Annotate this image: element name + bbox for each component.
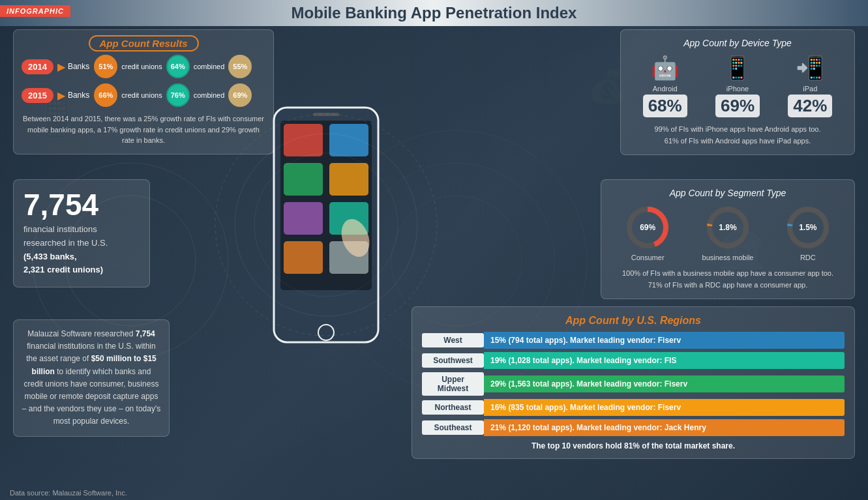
year-2014-row: 2014 ▶ Banks 51% credit unions 64% combi…	[22, 55, 265, 78]
consumer-pct: 69%	[640, 223, 655, 232]
segment-note-2: 71% of FIs with a RDC app have a consume…	[648, 281, 808, 289]
svg-rect-19	[284, 163, 323, 196]
svg-rect-17	[284, 124, 323, 156]
big-number-desc2: (5,433 banks,	[23, 252, 77, 261]
year-2015-row: 2015 ▶ Banks 66% credit unions 76% combi…	[22, 83, 265, 107]
west-bar: 15% (794 total apps). Market leading ven…	[484, 332, 845, 349]
west-region-name: West	[422, 333, 484, 347]
main-title: Mobile Banking App Penetration Index	[292, 4, 577, 22]
credit-unions-2015-pct: 76%	[166, 83, 190, 107]
southwest-region-name: Southwest	[422, 353, 484, 368]
segment-type-panel: App Count by Segment Type 69% Consumer 1…	[601, 179, 855, 299]
credit-unions-label-2014: credit unions	[121, 63, 162, 70]
ipad-item: 📲 iPad 42%	[788, 55, 832, 117]
southeast-detail: (1,120 total apps). Market leading vendo…	[508, 423, 706, 432]
northeast-row: Northeast 16% (835 total apps). Market l…	[422, 399, 845, 416]
segment-type-title: App Count by Segment Type	[609, 188, 846, 198]
southwest-detail: (1,028 total apps). Market leading vendo…	[508, 356, 676, 365]
app-count-results-title: App Count Results	[89, 35, 199, 51]
big-number-desc: financial institutions researched in the…	[23, 223, 140, 277]
android-icon: 🤖	[643, 55, 687, 81]
device-note-1: 99% of FIs with iPhone apps have Android…	[655, 125, 821, 133]
northeast-detail: (835 total apps). Market leading vendor:…	[508, 403, 681, 412]
rdc-segment: 1.5% RDC	[785, 205, 831, 261]
upper-midwest-detail: (1,563 total apps). Market leading vendo…	[508, 379, 687, 389]
southeast-bar: 21% (1,120 total apps). Market leading v…	[484, 419, 845, 436]
combined-2015-pct: 69%	[228, 83, 252, 107]
segment-notes: 100% of FIs with a business mobile app h…	[609, 268, 846, 291]
credit-unions-2014-pct: 64%	[166, 55, 190, 78]
ipad-label: iPad	[788, 85, 832, 93]
rdc-label: RDC	[785, 254, 831, 261]
svg-rect-20	[329, 163, 368, 196]
ipad-pct: 42%	[788, 95, 832, 117]
west-detail: (794 total apps). Market leading vendor:…	[508, 336, 681, 345]
banks-2014-pct: 51%	[94, 55, 117, 78]
growth-text: Between 2014 and 2015, there was a 25% g…	[22, 113, 265, 146]
big-number-desc1: financial institutions researched in the…	[23, 224, 108, 248]
svg-rect-18	[329, 124, 368, 156]
android-item: 🤖 Android 68%	[643, 55, 687, 117]
device-type-panel: App Count by Device Type 🤖 Android 68% 📱…	[620, 29, 855, 155]
consumer-segment: 69% Consumer	[625, 205, 670, 261]
svg-rect-23	[284, 241, 323, 274]
segment-note-1: 100% of FIs with a business mobile app h…	[622, 269, 833, 277]
banks-2015-pct: 66%	[94, 83, 117, 107]
consumer-label: Consumer	[625, 254, 670, 261]
device-type-title: App Count by Device Type	[629, 38, 846, 48]
big-number: 7,754	[23, 190, 140, 220]
southeast-region-name: Southeast	[422, 420, 484, 435]
regions-panel: App Count by U.S. Regions West 15% (794 …	[412, 306, 855, 459]
southeast-pct: 21%	[490, 423, 506, 432]
business-mobile-segment: 1.8% business mobile	[702, 205, 754, 261]
phone-svg	[254, 101, 398, 349]
android-pct: 68%	[643, 95, 687, 117]
arrow-2014: ▶	[57, 61, 65, 73]
svg-rect-26	[313, 113, 339, 116]
year-2014-badge: 2014	[22, 59, 53, 74]
big-number-panel: 7,754 financial institutions researched …	[13, 179, 150, 287]
banks-label-2015: Banks	[68, 91, 89, 100]
upper-midwest-row: Upper Midwest 29% (1,563 total apps). Ma…	[422, 372, 845, 396]
credit-unions-label-2015: credit unions	[121, 91, 162, 99]
ipad-icon: 📲	[788, 55, 832, 81]
malauzai-highlight1: 7,754	[136, 329, 155, 338]
segment-row: 69% Consumer 1.8% business mobile	[609, 205, 846, 261]
banks-label-2014: Banks	[68, 62, 89, 71]
southwest-row: Southwest 19% (1,028 total apps). Market…	[422, 352, 845, 369]
device-note-2: 61% of FIs with Android apps have iPad a…	[665, 137, 811, 145]
infographic-badge: INFOGRAPHIC	[0, 5, 70, 17]
combined-label-2014: combined	[194, 63, 225, 70]
northeast-region-name: Northeast	[422, 400, 484, 415]
malauzai-panel: Malauzai Software researched 7,754 finan…	[13, 319, 170, 437]
data-source: Data source: Malauzai Software, Inc.	[10, 489, 127, 497]
upper-midwest-pct: 29%	[490, 379, 506, 389]
device-notes: 99% of FIs with iPhone apps have Android…	[629, 124, 846, 147]
upper-midwest-region-name: Upper Midwest	[422, 372, 484, 396]
west-row: West 15% (794 total apps). Market leadin…	[422, 332, 845, 349]
combined-2014-pct: 55%	[228, 55, 252, 78]
west-pct: 15%	[490, 336, 506, 345]
iphone-icon: 📱	[715, 55, 760, 81]
iphone-item: 📱 iPhone 69%	[715, 55, 760, 117]
svg-rect-21	[284, 202, 323, 235]
upper-midwest-bar: 29% (1,563 total apps). Market leading v…	[484, 375, 845, 392]
android-label: Android	[643, 85, 687, 93]
app-count-results-panel: App Count Results 2014 ▶ Banks 51% credi…	[13, 29, 274, 154]
iphone-label: iPhone	[715, 85, 760, 93]
iphone-pct: 69%	[715, 95, 760, 117]
regions-title: App Count by U.S. Regions	[422, 315, 845, 327]
regions-footer: The top 10 vendors hold 81% of the total…	[422, 441, 845, 450]
combined-label-2015: combined	[194, 91, 225, 99]
big-number-desc3: 2,321 credit unions)	[23, 265, 103, 274]
rdc-pct: 1.5%	[799, 223, 816, 232]
southwest-pct: 19%	[490, 356, 506, 365]
main-title-bar: Mobile Banking App Penetration Index	[0, 0, 868, 26]
year-2015-badge: 2015	[22, 88, 53, 103]
business-pct: 1.8%	[719, 223, 736, 232]
northeast-bar: 16% (835 total apps). Market leading ven…	[484, 399, 845, 416]
business-label: business mobile	[702, 254, 754, 261]
southwest-bar: 19% (1,028 total apps). Market leading v…	[484, 352, 845, 369]
arrow-2015: ▶	[57, 89, 65, 102]
device-row: 🤖 Android 68% 📱 iPhone 69% 📲 iPad 42%	[629, 55, 846, 117]
